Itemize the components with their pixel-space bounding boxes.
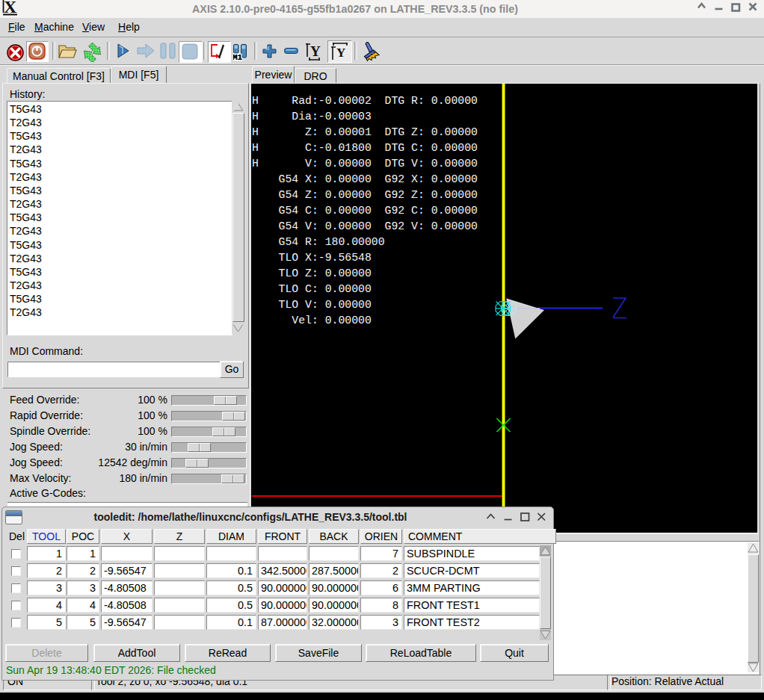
svg-text:Y: Y	[336, 46, 345, 60]
svg-text:Y: Y	[310, 43, 321, 59]
